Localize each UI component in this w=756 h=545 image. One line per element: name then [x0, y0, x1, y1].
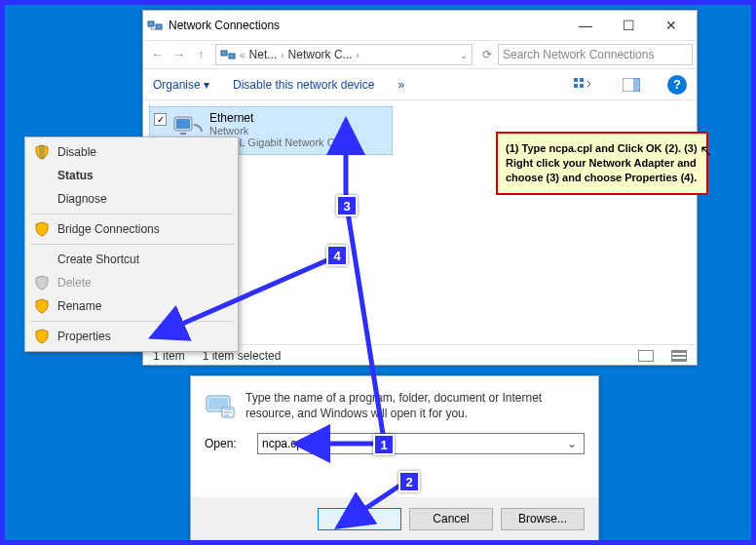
open-label: Open: [205, 437, 247, 450]
instruction-box: (1) Type ncpa.cpl and Click OK (2). (3) … [496, 132, 708, 195]
svg-rect-5 [580, 78, 584, 82]
adapter-network: Network [209, 125, 385, 136]
ctx-disable[interactable]: Disable [28, 140, 235, 164]
marker-1: 1 [373, 434, 395, 455]
netconn-icon [220, 47, 236, 62]
help-button[interactable]: ? [667, 75, 687, 95]
button-row: OK Cancel Browse... [191, 497, 598, 540]
ctx-separator [30, 321, 233, 322]
svg-rect-7 [580, 84, 584, 88]
run-description: Type the name of a program, folder, docu… [246, 390, 585, 421]
ctx-status[interactable]: Status [28, 164, 235, 187]
svg-rect-9 [633, 78, 640, 92]
breadcrumb-sep: « [240, 50, 246, 60]
disable-device-cmd[interactable]: Disable this network device [233, 78, 374, 92]
open-input[interactable]: ncpa.cpl ⌄ [257, 433, 585, 454]
svg-rect-0 [148, 21, 154, 26]
view-icons-button[interactable] [570, 74, 595, 96]
netconn-icon [147, 18, 163, 33]
run-dialog: Type the name of a program, folder, docu… [190, 375, 599, 541]
ctx-rename[interactable]: Rename [28, 294, 235, 318]
shield-icon [34, 275, 50, 291]
minimize-button[interactable]: — [564, 12, 607, 39]
browse-button[interactable]: Browse... [501, 508, 585, 530]
refresh-button[interactable]: ⟳ [476, 44, 498, 65]
dropdown-icon[interactable]: ⌄ [564, 437, 580, 450]
more-cmd-chevron[interactable]: » [397, 78, 404, 92]
adapter-checkbox[interactable]: ✓ [154, 113, 167, 126]
ctx-shortcut[interactable]: Create Shortcut [28, 248, 235, 271]
svg-rect-3 [229, 54, 235, 58]
svg-rect-6 [574, 84, 578, 88]
svg-rect-4 [574, 78, 578, 82]
up-button[interactable]: ↑ [190, 44, 211, 65]
shield-icon [34, 221, 50, 237]
search-input[interactable]: Search Network Connections [498, 44, 693, 65]
ctx-separator [30, 214, 233, 214]
chevron-right-icon: › [281, 50, 284, 60]
window-title: Network Connections [169, 19, 564, 32]
svg-rect-11 [176, 119, 190, 129]
shield-icon [34, 144, 50, 160]
forward-button[interactable]: → [169, 44, 190, 65]
preview-pane-button[interactable] [619, 74, 644, 96]
dropdown-icon[interactable]: ⌄ [460, 50, 468, 60]
breadcrumb-1[interactable]: Net... [249, 48, 278, 61]
adapter-name: Ethernet [209, 111, 385, 125]
organise-menu[interactable]: Organise ▾ [153, 78, 209, 92]
cancel-button[interactable]: Cancel [409, 508, 493, 530]
address-bar[interactable]: « Net... › Network C... › ⌄ [215, 44, 472, 65]
svg-rect-2 [221, 51, 227, 56]
details-view-icon[interactable] [638, 350, 654, 362]
icons-view-icon[interactable] [671, 350, 687, 362]
cursor-icon: ↖ [699, 141, 712, 160]
context-menu: Disable Status Diagnose Bridge Connectio… [24, 136, 239, 352]
chevron-right-icon: › [357, 50, 359, 60]
run-icon [205, 390, 236, 421]
search-placeholder: Search Network Connections [503, 48, 654, 61]
ctx-bridge[interactable]: Bridge Connections [28, 217, 235, 241]
back-button[interactable]: ← [147, 44, 169, 65]
marker-3: 3 [336, 195, 358, 216]
marker-2: 2 [398, 471, 420, 492]
titlebar[interactable]: Network Connections — ☐ ✕ [143, 11, 697, 40]
ctx-diagnose[interactable]: Diagnose [28, 187, 235, 211]
open-value: ncpa.cpl [262, 437, 564, 450]
navbar: ← → ↑ « Net... › Network C... › ⌄ ⟳ Sear… [143, 40, 697, 69]
ctx-properties[interactable]: Properties [28, 325, 235, 348]
close-button[interactable]: ✕ [650, 12, 693, 39]
breadcrumb-2[interactable]: Network C... [288, 48, 353, 61]
marker-4: 4 [326, 245, 348, 266]
maximize-button[interactable]: ☐ [607, 12, 650, 39]
ctx-separator [30, 244, 233, 245]
command-bar: Organise ▾ Disable this network device »… [143, 69, 697, 100]
ctx-delete: Delete [28, 271, 235, 294]
shield-icon [34, 298, 50, 314]
shield-icon [34, 329, 50, 344]
svg-rect-12 [180, 133, 186, 135]
ok-button[interactable]: OK [318, 508, 401, 530]
